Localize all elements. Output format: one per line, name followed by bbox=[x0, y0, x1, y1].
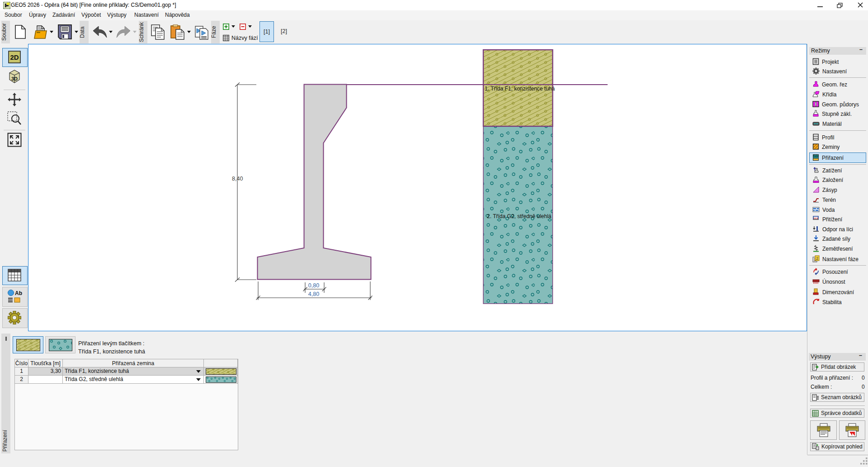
svg-text:Ab: Ab bbox=[15, 290, 22, 296]
svg-text:2. Třída G2, středně ulehlá: 2. Třída G2, středně ulehlá bbox=[487, 213, 552, 219]
svg-text:4,80: 4,80 bbox=[308, 291, 319, 297]
svg-text:1. Třída F1, konzistence tuhá: 1. Třída F1, konzistence tuhá bbox=[485, 86, 555, 92]
svg-text:8,40: 8,40 bbox=[232, 176, 243, 182]
svg-text:0,80: 0,80 bbox=[308, 282, 319, 289]
svg-text:2D: 2D bbox=[10, 53, 19, 61]
svg-text:3D: 3D bbox=[11, 76, 18, 81]
svg-text:2: 2 bbox=[816, 256, 818, 261]
